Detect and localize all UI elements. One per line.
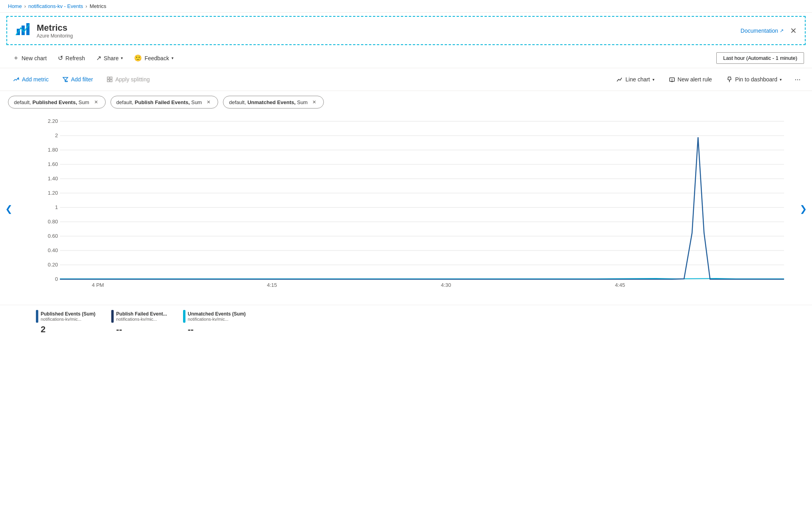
main-toolbar: ＋ New chart ↺ Refresh ↗ Share ▾ 🙂 Feedba… — [0, 48, 812, 68]
metric-pill-2[interactable]: default, Unmatched Events, Sum ✕ — [223, 96, 324, 109]
chart-svg: 2.20 2 1.80 1.60 1.40 1.20 1 0.80 0.60 0… — [36, 113, 788, 289]
metric-pill-2-label: default, Unmatched Events, Sum — [229, 99, 307, 105]
svg-text:4:30: 4:30 — [441, 282, 451, 288]
svg-rect-10 — [107, 80, 109, 82]
add-filter-button[interactable]: Add filter — [57, 73, 98, 85]
legend-name-2: Unmatched Events (Sum) — [188, 311, 246, 317]
svg-text:0.40: 0.40 — [48, 247, 58, 253]
metric-pill-0-label: default, Published Events, Sum — [14, 99, 89, 105]
pin-to-dashboard-button[interactable]: Pin to dashboard ▾ — [721, 74, 786, 85]
legend-value-1: -- — [111, 324, 167, 335]
svg-text:4:15: 4:15 — [267, 282, 277, 288]
metric-pill-1[interactable]: default, Publish Failed Events, Sum ✕ — [110, 96, 219, 109]
page-subtitle: Azure Monitoring — [37, 33, 73, 39]
legend-value-0: 2 — [36, 324, 95, 335]
new-chart-button[interactable]: ＋ New chart — [8, 51, 51, 65]
svg-text:4:45: 4:45 — [615, 282, 625, 288]
breadcrumb-current: Metrics — [90, 3, 106, 9]
pin-chevron-icon: ▾ — [780, 77, 782, 82]
breadcrumb-events[interactable]: notifications-kv - Events — [28, 3, 83, 9]
apply-splitting-button[interactable]: Apply splitting — [101, 73, 155, 85]
chart-legend: Published Events (Sum) notifications-kv/… — [0, 305, 812, 339]
legend-item-2: Unmatched Events (Sum) notifications-kv/… — [183, 310, 246, 335]
chart-controls: Add metric Add filter Apply splitting — [0, 68, 812, 91]
plus-icon: ＋ — [13, 54, 19, 62]
legend-name-0: Published Events (Sum) — [41, 311, 95, 317]
svg-text:1.40: 1.40 — [48, 176, 58, 181]
svg-text:2: 2 — [55, 132, 58, 138]
svg-rect-9 — [110, 77, 112, 79]
breadcrumb-sep2: › — [85, 3, 87, 9]
refresh-icon: ↺ — [58, 54, 63, 62]
svg-text:1: 1 — [55, 204, 58, 210]
svg-marker-18 — [728, 77, 731, 80]
new-alert-rule-button[interactable]: New alert rule — [664, 74, 717, 85]
add-metric-icon — [13, 76, 20, 83]
metric-pill-0-close[interactable]: ✕ — [93, 99, 100, 106]
share-icon: ↗ — [96, 54, 101, 62]
legend-color-1 — [111, 310, 114, 323]
feedback-chevron-icon: ▾ — [171, 56, 173, 60]
breadcrumb: Home › notifications-kv - Events › Metri… — [0, 0, 812, 13]
svg-rect-11 — [110, 80, 112, 82]
line-chart-icon — [617, 76, 623, 83]
add-metric-button[interactable]: Add metric — [8, 73, 54, 85]
documentation-link[interactable]: Documentation ↗ — [741, 28, 784, 34]
metric-pill-1-close[interactable]: ✕ — [205, 99, 212, 106]
svg-text:1.20: 1.20 — [48, 190, 58, 196]
line-chart-button[interactable]: Line chart ▾ — [612, 74, 659, 85]
share-button[interactable]: ↗ Share ▾ — [91, 52, 128, 64]
legend-item-0: Published Events (Sum) notifications-kv/… — [36, 310, 95, 335]
svg-text:2.20: 2.20 — [48, 118, 58, 124]
share-chevron-icon: ▾ — [121, 56, 123, 60]
metrics-icon — [15, 21, 31, 40]
svg-text:0.20: 0.20 — [48, 262, 58, 268]
feedback-button[interactable]: 🙂 Feedback ▾ — [129, 52, 178, 64]
legend-color-0 — [36, 310, 38, 323]
header-panel: Metrics Azure Monitoring Documentation ↗… — [6, 16, 806, 45]
legend-color-2 — [183, 310, 185, 323]
chart-nav-left[interactable]: ❮ — [2, 202, 16, 216]
svg-text:4 PM: 4 PM — [92, 282, 104, 288]
metric-pill-1-label: default, Publish Failed Events, Sum — [116, 99, 202, 105]
metric-pill-0[interactable]: default, Published Events, Sum ✕ — [8, 96, 106, 109]
svg-point-16 — [672, 81, 672, 81]
legend-sub-1: notifications-kv/mic... — [116, 317, 167, 322]
legend-name-1: Publish Failed Event... — [116, 311, 167, 317]
time-range-button[interactable]: Last hour (Automatic - 1 minute) — [716, 52, 804, 64]
chart-area: ❮ ❯ 2.20 2 1.80 1.60 1.40 1.20 1 0.80 — [0, 113, 812, 305]
refresh-button[interactable]: ↺ Refresh — [53, 52, 90, 64]
svg-text:0: 0 — [55, 276, 58, 282]
metric-pill-2-close[interactable]: ✕ — [311, 99, 318, 106]
svg-text:1.80: 1.80 — [48, 147, 58, 153]
add-filter-icon — [62, 76, 69, 83]
apply-splitting-icon — [106, 76, 113, 83]
metric-pills-container: default, Published Events, Sum ✕ default… — [0, 91, 812, 113]
chart-svg-wrapper: 2.20 2 1.80 1.60 1.40 1.20 1 0.80 0.60 0… — [36, 113, 788, 297]
legend-sub-2: notifications-kv/mic... — [188, 317, 246, 322]
breadcrumb-sep1: › — [24, 3, 26, 9]
chart-nav-right[interactable]: ❯ — [796, 202, 810, 216]
page-title: Metrics — [37, 23, 73, 33]
svg-text:0.80: 0.80 — [48, 219, 58, 225]
svg-text:1.60: 1.60 — [48, 161, 58, 167]
close-button[interactable]: ✕ — [790, 26, 797, 36]
legend-sub-0: notifications-kv/mic... — [41, 317, 95, 322]
more-options-button[interactable]: ··· — [791, 73, 804, 86]
alert-icon — [669, 76, 675, 83]
legend-item-1: Publish Failed Event... notifications-kv… — [111, 310, 167, 335]
line-chart-chevron-icon: ▾ — [652, 77, 654, 82]
pin-icon — [726, 76, 733, 83]
legend-value-2: -- — [183, 324, 246, 335]
breadcrumb-home[interactable]: Home — [8, 3, 22, 9]
svg-rect-8 — [107, 77, 109, 79]
svg-text:0.60: 0.60 — [48, 233, 58, 239]
feedback-icon: 🙂 — [134, 54, 142, 62]
